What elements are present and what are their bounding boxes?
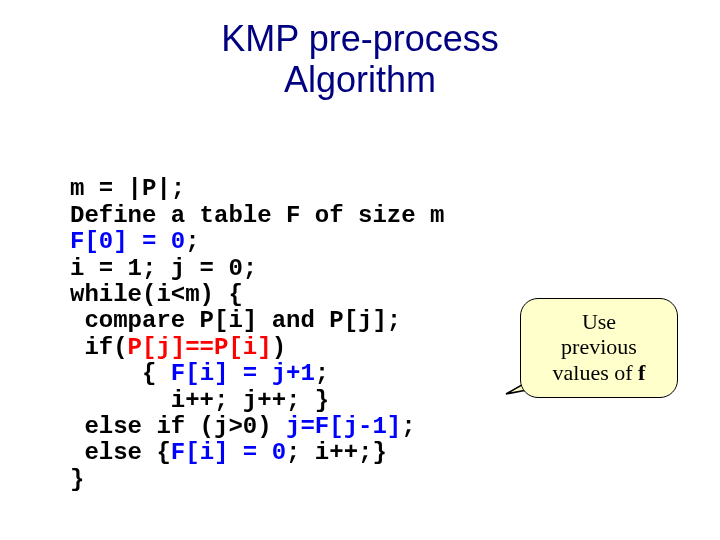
code-line-1: m = |P|;	[70, 175, 185, 202]
title-line-1: KMP pre-process	[221, 18, 498, 59]
code-line-9: i++; j++; }	[70, 387, 329, 414]
code-line-11: else {F[i] = 0; i++;}	[70, 439, 387, 466]
code-line-10: else if (j>0) j=F[j-1];	[70, 413, 416, 440]
code-line-8: { F[i] = j+1;	[70, 360, 329, 387]
code-line-4: i = 1; j = 0;	[70, 255, 257, 282]
slide-title: KMP pre-process Algorithm	[0, 18, 720, 101]
code-line-6: compare P[i] and P[j];	[70, 307, 401, 334]
code-line-5: while(i<m) {	[70, 281, 243, 308]
code-line-12: }	[70, 466, 84, 493]
callout-line-3-f: f	[638, 360, 645, 385]
callout-line-1: Use	[582, 309, 616, 334]
code-line-2: Define a table F of size m	[70, 202, 444, 229]
title-line-2: Algorithm	[284, 59, 436, 100]
code-line-7: if(P[j]==P[i])	[70, 334, 286, 361]
callout-line-3-pre: values of	[553, 360, 639, 385]
code-block: m = |P|; Define a table F of size m F[0]…	[70, 150, 444, 493]
code-line-3: F[0] = 0;	[70, 228, 200, 255]
callout-line-2: previous	[561, 334, 637, 359]
callout-box: Use previous values of f	[520, 298, 678, 398]
